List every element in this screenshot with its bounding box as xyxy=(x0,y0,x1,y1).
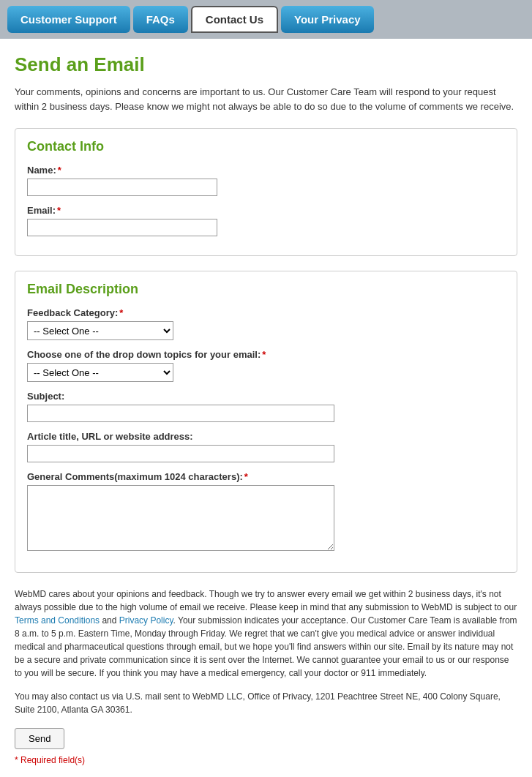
subject-input[interactable] xyxy=(27,405,334,422)
comments-group: General Comments(maximum 1024 characters… xyxy=(27,471,505,553)
nav-your-privacy[interactable]: Your Privacy xyxy=(281,6,374,33)
name-input[interactable] xyxy=(27,179,217,196)
name-label: Name:* xyxy=(27,165,505,176)
nav-bar: Customer Support FAQs Contact Us Your Pr… xyxy=(0,0,532,39)
comments-label: General Comments(maximum 1024 characters… xyxy=(27,471,505,482)
dropdown-topics-select[interactable]: -- Select One -- xyxy=(27,363,173,382)
contact-info-section: Contact Info Name:* Email:* xyxy=(15,128,517,256)
article-label: Article title, URL or website address: xyxy=(27,431,505,442)
contact-info-title: Contact Info xyxy=(27,139,505,154)
page-title: Send an Email xyxy=(15,53,517,76)
send-button[interactable]: Send xyxy=(15,728,64,749)
email-label: Email:* xyxy=(27,205,505,216)
terms-link[interactable]: Terms and Conditions xyxy=(15,615,100,626)
subject-group: Subject: xyxy=(27,391,505,422)
name-group: Name:* xyxy=(27,165,505,196)
dropdown-topics-label: Choose one of the drop down topics for y… xyxy=(27,349,505,360)
email-group: Email:* xyxy=(27,205,505,236)
feedback-category-label: Feedback Category:* xyxy=(27,307,505,318)
footer-paragraph1: WebMD cares about your opinions and feed… xyxy=(15,588,517,680)
privacy-link[interactable]: Privacy Policy xyxy=(119,615,173,626)
feedback-category-select[interactable]: -- Select One -- xyxy=(27,321,173,340)
article-input[interactable] xyxy=(27,445,334,462)
content-area: Send an Email Your comments, opinions an… xyxy=(0,39,532,777)
comments-textarea[interactable] xyxy=(27,485,334,551)
email-description-title: Email Description xyxy=(27,282,505,297)
required-note: * Required field(s) xyxy=(15,755,517,765)
nav-faqs[interactable]: FAQs xyxy=(133,6,188,33)
feedback-category-group: Feedback Category:* -- Select One -- xyxy=(27,307,505,340)
article-group: Article title, URL or website address: xyxy=(27,431,505,462)
nav-customer-support[interactable]: Customer Support xyxy=(7,6,130,33)
footer-paragraph2: You may also contact us via U.S. mail se… xyxy=(15,690,517,716)
intro-text: Your comments, opinions and concerns are… xyxy=(15,85,517,113)
dropdown-topics-group: Choose one of the drop down topics for y… xyxy=(27,349,505,382)
subject-label: Subject: xyxy=(27,391,505,402)
nav-contact-us[interactable]: Contact Us xyxy=(191,6,278,33)
email-input[interactable] xyxy=(27,219,217,236)
email-description-section: Email Description Feedback Category:* --… xyxy=(15,271,517,573)
